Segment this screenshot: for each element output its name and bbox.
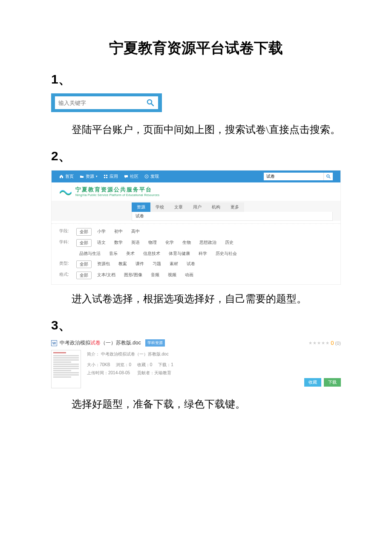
view-value: 0 [129,362,131,367]
filter-type-opt[interactable]: 资源包 [94,260,113,267]
rating-count: (0) [335,341,341,346]
topbar-search [264,173,333,180]
fav-label: 收藏： [137,362,150,367]
result-badge: 学科资源 [145,339,165,347]
step-2-heading: 2、 [51,147,341,165]
search-icon[interactable] [146,98,155,107]
nav-community[interactable]: 社区 [124,173,138,179]
rating-value: 0 [331,340,334,346]
filter-subject-opt[interactable]: 音乐 [106,250,121,257]
step-2-text: 进入试卷选择，根据选项选择好，自己需要的题型。 [51,290,341,308]
dl-value: 1 [171,362,173,367]
filter-subject-opt[interactable]: 历史 [222,239,236,246]
nav-community-label: 社区 [130,173,138,179]
filter-subject-opt[interactable]: 语文 [94,239,109,246]
topbar-search-button[interactable] [323,173,333,180]
favorite-button[interactable]: 收藏 [304,378,321,387]
tab-school[interactable]: 学校 [150,202,169,212]
contrib-value: 天喻教育 [154,370,171,375]
search-input[interactable] [55,100,146,106]
filter-subject-opt[interactable]: 体育与健康 [166,250,193,257]
tab-more[interactable]: 更多 [225,202,244,212]
topbar-search-input[interactable] [264,173,323,180]
size-value: 70KB [100,362,110,367]
filter-format-opt[interactable]: 动画 [182,272,196,278]
nav-home[interactable]: 首页 [59,173,74,179]
filter-subject-opt[interactable]: 美术 [123,250,138,257]
chat-icon [124,174,128,179]
filter-subject-opt[interactable]: 英语 [128,239,143,246]
filter-subject-opt[interactable]: 生物 [179,239,194,246]
svg-rect-3 [106,175,107,176]
filter-subject-opt[interactable]: 化学 [162,239,177,246]
tab-article[interactable]: 文章 [169,202,188,212]
filter-subject-opt[interactable]: 历史与社会 [213,250,240,257]
result-header: W 中考政治模拟试卷（一）苏教版.doc 学科资源 ★ ★ ★ ★ ★ 0 (0… [51,339,341,347]
filter-subject-opt[interactable]: 科学 [196,250,210,257]
filter-stage-label: 学段: [59,228,74,234]
filter-format-opt[interactable]: 文本/文档 [94,272,118,278]
filter-subject-opt[interactable]: 数学 [111,239,126,246]
star-icon: ★ [321,341,325,345]
filter-subject-selected[interactable]: 全部 [76,239,92,247]
grid-icon [104,174,108,179]
filter-stage-opt[interactable]: 小学 [94,228,109,235]
filter-subject-row2: 品德与生活 音乐 美术 信息技术 体育与健康 科学 历史与社会 [59,249,333,259]
step-1-heading: 1、 [51,71,341,88]
result-title[interactable]: 中考政治模拟试卷（一）苏教版.doc [60,339,141,347]
svg-rect-4 [104,177,105,178]
star-icon: ★ [326,341,329,345]
intro-value: 中考政治模拟试卷（一）苏教版.doc [101,352,169,356]
figure-1-searchbar [51,93,162,112]
nav-app[interactable]: 应用 [104,173,118,179]
result-body: 简介： 中考政治模拟试卷（一）苏教版.doc 大小：70KB 浏览：0 收藏：0… [51,350,341,388]
filter-subject-opt[interactable]: 物理 [145,239,160,246]
nav-resource[interactable]: 资源 ▾ [80,173,98,179]
svg-rect-5 [106,177,107,178]
logo-cn: 宁夏教育资源公共服务平台 [75,186,159,194]
dl-label: 下载： [158,362,171,367]
filter-stage-selected[interactable]: 全部 [76,228,92,236]
filter-type-opt[interactable]: 教案 [115,260,130,267]
result-actions: 收藏 下载 [304,378,341,388]
star-icon: ★ [308,341,312,345]
filter-format-selected[interactable]: 全部 [76,272,92,279]
filter-type-opt[interactable]: 素材 [167,260,181,267]
filter-subject-label: 学科: [59,239,74,245]
filter-subject-opt[interactable]: 信息技术 [140,250,163,257]
filter-type-opt[interactable]: 课件 [133,260,147,267]
filter-format-opt[interactable]: 图形/图像 [121,272,145,278]
filter-type-selected[interactable]: 全部 [76,260,92,268]
filter-format-label: 格式: [59,272,74,278]
result-rating: ★ ★ ★ ★ ★ 0 (0) [308,340,341,346]
filter-type-opt[interactable]: 试卷 [184,260,198,267]
tab-resource[interactable]: 资源 [132,202,150,212]
result-thumbnail[interactable] [51,350,81,388]
filter-format-opt[interactable]: 音频 [148,272,162,278]
tab-org[interactable]: 机构 [207,202,225,212]
nav-app-label: 应用 [110,173,118,179]
step-1-text: 登陆平台账户，页面中间如上图，搜索试卷\直接点击搜索。 [51,121,341,139]
download-button[interactable]: 下载 [324,378,341,387]
result-title-highlight: 试卷 [90,340,101,346]
filter-format-opt[interactable]: 视频 [165,272,179,278]
figure-2-tabs: 资源 学校 文章 用户 机构 更多 试卷 [52,201,340,221]
filter-stage-opt[interactable]: 高中 [128,228,143,235]
chevron-down-icon: ▾ [96,175,98,178]
svg-point-7 [326,175,329,177]
nav-discover[interactable]: 发现 [144,173,159,179]
figure-2-filters: 学段: 全部 小学 初中 高中 学科: 全部 语文 数学 英语 物理 化学 生物… [52,223,340,284]
filter-subject-opt[interactable]: 思想政治 [196,239,219,246]
filter-subject-opt[interactable]: 品德与生活 [76,250,104,257]
view-label: 浏览： [116,362,129,367]
filter-type-opt[interactable]: 习题 [150,260,164,267]
word-icon: W [51,340,57,346]
svg-line-1 [151,104,153,106]
figure-1-searchbar-inner [55,96,158,109]
figure-2-platform: 首页 资源 ▾ 应用 社区 发现 [51,170,341,285]
fav-value: 0 [150,362,153,367]
nav-discover-label: 发现 [150,173,159,179]
tab-user[interactable]: 用户 [188,202,207,212]
filter-stage-opt[interactable]: 初中 [111,228,126,235]
figure-2-keyword-box: 试卷 [132,212,333,221]
